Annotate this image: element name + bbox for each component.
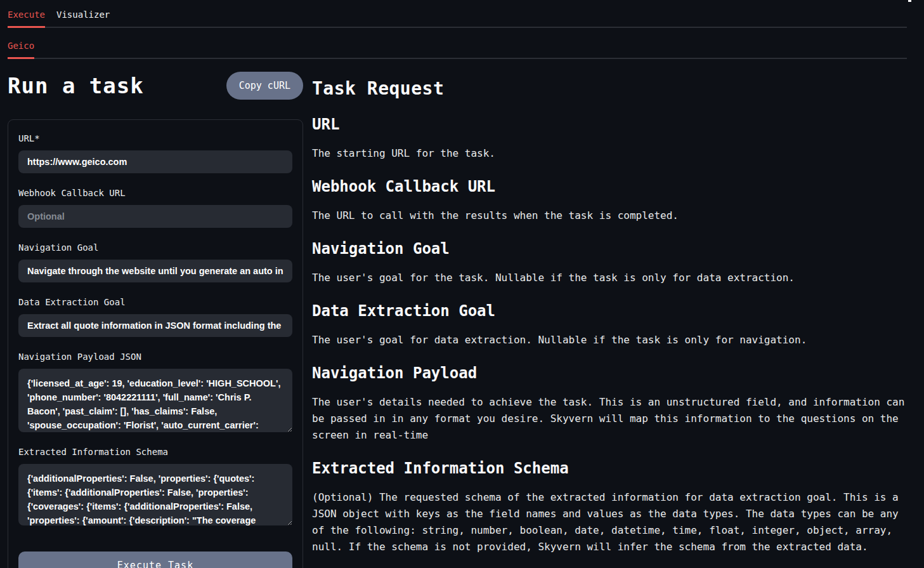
doc-heading: Extracted Information Schema: [312, 459, 908, 478]
doc-body: The starting URL for the task.: [312, 145, 908, 162]
execute-task-button[interactable]: Execute Task: [18, 551, 292, 568]
field-url: URL*: [18, 133, 292, 173]
doc-section-navigation-payload: Navigation Payload The user's details ne…: [312, 364, 908, 444]
doc-heading: Webhook Callback URL: [312, 177, 908, 196]
doc-body: (Optional) The requested schema of the e…: [312, 489, 908, 555]
navigation-payload-textarea[interactable]: {'licensed_at_age': 19, 'education_level…: [18, 369, 292, 432]
page-title: Run a task: [8, 73, 144, 98]
doc-section-webhook: Webhook Callback URL The URL to call wit…: [312, 177, 908, 224]
extracted-schema-textarea[interactable]: {'additionalProperties': False, 'propert…: [18, 464, 292, 525]
doc-body: The user's goal for the task. Nullable i…: [312, 270, 908, 286]
task-form-card: URL* Webhook Callback URL Navigation Goa…: [8, 119, 303, 568]
data-extraction-goal-input[interactable]: [18, 314, 292, 337]
data-extraction-goal-label: Data Extraction Goal: [18, 297, 292, 307]
field-webhook: Webhook Callback URL: [18, 188, 292, 228]
main-content: Run a task Copy cURL URL* Webhook Callba…: [0, 59, 924, 568]
navigation-goal-label: Navigation Goal: [18, 242, 292, 253]
doc-heading: URL: [312, 115, 908, 134]
field-extracted-schema: Extracted Information Schema {'additiona…: [18, 447, 292, 525]
navigation-goal-input[interactable]: [18, 260, 292, 282]
navigation-payload-label: Navigation Payload JSON: [18, 352, 292, 362]
docs-title: Task Request: [312, 78, 908, 100]
doc-section-extracted-schema: Extracted Information Schema (Optional) …: [312, 459, 908, 555]
scrollbar-thumb-artifact: [908, 0, 911, 2]
docs-column: Task Request URL The starting URL for th…: [312, 71, 908, 555]
tab-execute[interactable]: Execute: [8, 0, 45, 27]
doc-heading: Data Extraction Goal: [312, 301, 908, 320]
subtab-geico[interactable]: Geico: [8, 28, 34, 58]
url-label: URL*: [18, 133, 292, 143]
webhook-label: Webhook Callback URL: [18, 188, 292, 198]
copy-curl-button[interactable]: Copy cURL: [226, 72, 303, 100]
field-data-extraction-goal: Data Extraction Goal: [18, 297, 292, 337]
sub-tab-bar: Geico: [8, 28, 907, 59]
doc-section-navigation-goal: Navigation Goal The user's goal for the …: [312, 239, 908, 286]
form-title-row: Run a task Copy cURL: [8, 71, 303, 100]
field-navigation-payload: Navigation Payload JSON {'licensed_at_ag…: [18, 352, 292, 432]
doc-body: The user's goal for data extraction. Nul…: [312, 332, 908, 348]
task-form-column: Run a task Copy cURL URL* Webhook Callba…: [8, 71, 303, 568]
url-input[interactable]: [18, 150, 292, 173]
doc-heading: Navigation Payload: [312, 364, 908, 383]
webhook-input[interactable]: [18, 205, 292, 228]
doc-body: The user's details needed to achieve the…: [312, 394, 908, 444]
doc-body: The URL to call with the results when th…: [312, 208, 908, 224]
doc-section-data-extraction-goal: Data Extraction Goal The user's goal for…: [312, 301, 908, 348]
doc-section-url: URL The starting URL for the task.: [312, 115, 908, 162]
doc-heading: Navigation Goal: [312, 239, 908, 258]
field-navigation-goal: Navigation Goal: [18, 242, 292, 282]
extracted-schema-label: Extracted Information Schema: [18, 447, 292, 457]
tab-visualizer[interactable]: Visualizer: [56, 0, 110, 27]
main-tab-bar: Execute Visualizer: [8, 0, 907, 28]
